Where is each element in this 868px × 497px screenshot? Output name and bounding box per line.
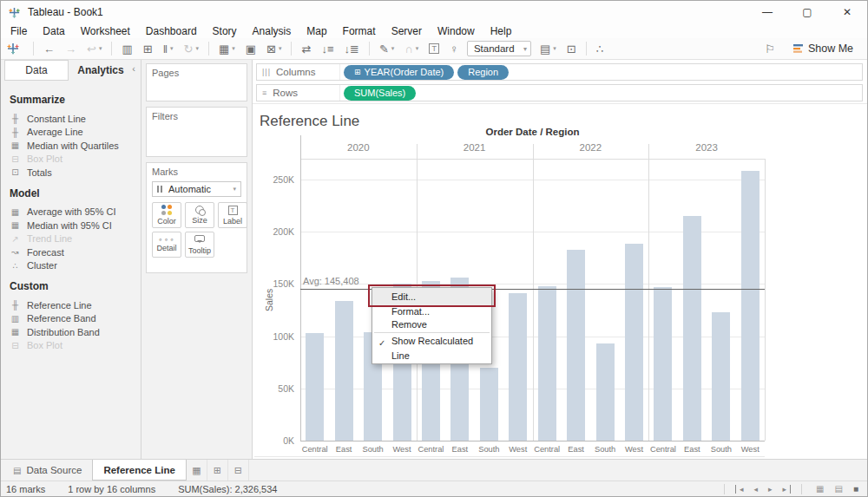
analytics-item-average-line[interactable]: ╫Average Line [10, 126, 141, 140]
sheet-tab-reference-line[interactable]: Reference Line [92, 460, 186, 481]
duplicate-button[interactable]: ▣ [240, 40, 261, 57]
collapse-pane-button[interactable]: ‹ [132, 63, 135, 74]
next-sheet-icon[interactable]: ▸ [765, 485, 776, 494]
menu-window[interactable]: Window [430, 25, 483, 37]
region-label-2022-west[interactable]: West [620, 445, 648, 454]
menu-data[interactable]: Data [35, 25, 72, 37]
analytics-item-median-with-95-ci[interactable]: ▦Median with 95% CI [10, 219, 141, 232]
region-label-2021-south[interactable]: South [475, 445, 503, 454]
year-header-2022[interactable]: 2022 [533, 142, 649, 153]
presentation-mode-button[interactable]: ⊡ [562, 40, 582, 57]
sort-descending-button[interactable]: ↓≣ [339, 40, 364, 57]
show-hide-cards-button[interactable]: ▤▾ [535, 40, 562, 57]
analytics-item-constant-line[interactable]: ╫Constant Line [10, 112, 141, 126]
new-dashboard-tab-button[interactable]: ⊞ [207, 460, 228, 481]
tab-data[interactable]: Data [4, 60, 69, 81]
analytics-item-reference-band[interactable]: ▥Reference Band [10, 312, 141, 326]
sheet-sorter-icon[interactable]: ▦ [812, 484, 827, 494]
menu-story[interactable]: Story [205, 25, 245, 37]
region-label-2020-central[interactable]: Central [300, 445, 329, 454]
region-label-2022-south[interactable]: South [590, 445, 619, 454]
marks-size-button[interactable]: Size [185, 202, 214, 228]
region-label-2023-south[interactable]: South [707, 445, 735, 454]
close-button[interactable]: ✕ [827, 1, 867, 23]
save-button[interactable]: ▥ [116, 40, 137, 57]
new-worksheet-button[interactable]: ▦▾ [214, 40, 240, 57]
mark-type-dropdown[interactable]: Automatic ▾ [152, 181, 241, 197]
region-label-2023-east[interactable]: East [678, 445, 707, 454]
bar-2020-central[interactable] [306, 333, 324, 441]
swap-rows-columns-button[interactable]: ⇄ [296, 40, 316, 57]
last-sheet-icon[interactable]: ▸ [779, 485, 792, 494]
show-tabs-icon[interactable]: ■ [850, 484, 862, 494]
context-menu-show-recalculated-line[interactable]: Show Recalculated Line✓ [372, 334, 491, 363]
filters-shelf[interactable]: Filters [146, 107, 247, 157]
bar-2023-west[interactable] [741, 171, 760, 441]
pill-sum-sales[interactable]: SUM(Sales) [344, 86, 416, 101]
menu-dashboard[interactable]: Dashboard [138, 25, 205, 37]
bar-2023-east[interactable] [683, 216, 701, 441]
expand-icon[interactable]: ⊞ [354, 68, 361, 76]
year-header-2023[interactable]: 2023 [648, 142, 765, 153]
menu-server[interactable]: Server [384, 25, 430, 37]
bar-2022-south[interactable] [596, 343, 615, 441]
menu-worksheet[interactable]: Worksheet [73, 25, 138, 37]
sort-ascending-button[interactable]: ↓≡ [316, 40, 339, 57]
context-menu-format[interactable]: Format... [372, 305, 491, 318]
region-label-2023-central[interactable]: Central [648, 445, 677, 454]
menu-help[interactable]: Help [483, 25, 520, 37]
bar-2021-south[interactable] [480, 368, 498, 441]
region-label-2020-west[interactable]: West [387, 445, 416, 454]
marks-color-button[interactable]: Color [152, 202, 181, 228]
show-me-button[interactable]: Show Me [792, 43, 853, 55]
clear-sheet-button[interactable]: ⊠▾ [261, 40, 286, 57]
marks-detail-button[interactable]: ∘∘∘Detail [152, 232, 181, 258]
y-tick-250K[interactable]: 250K [260, 174, 294, 185]
filmstrip-icon[interactable]: ▤ [832, 484, 846, 494]
pill-region[interactable]: Region [457, 65, 509, 80]
new-story-tab-button[interactable]: ⊟ [228, 460, 249, 481]
share-button[interactable]: ∴ [591, 40, 608, 57]
menu-analysis[interactable]: Analysis [245, 25, 299, 37]
bar-2023-south[interactable] [712, 312, 730, 441]
analytics-item-distribution-band[interactable]: ▦Distribution Band [10, 325, 141, 339]
y-tick-50K[interactable]: 50K [260, 383, 294, 394]
previous-sheet-icon[interactable]: ◂ [750, 485, 761, 494]
new-data-source-button[interactable]: ⊞ [138, 40, 158, 57]
region-label-2021-west[interactable]: West [503, 445, 532, 454]
y-tick-0K[interactable]: 0K [260, 435, 294, 446]
year-header-2021[interactable]: 2021 [417, 142, 533, 153]
region-label-2021-east[interactable]: East [445, 445, 474, 454]
maximize-button[interactable]: ▢ [787, 1, 827, 23]
rows-shelf[interactable]: ≡ Rows SUM(Sales) [256, 84, 863, 101]
y-tick-100K[interactable]: 100K [260, 331, 294, 342]
show-mark-labels-button[interactable]: T [424, 40, 444, 57]
region-label-2022-central[interactable]: Central [533, 445, 562, 454]
fix-axes-button[interactable]: ♀ [444, 40, 464, 57]
region-label-2020-south[interactable]: South [358, 445, 387, 454]
context-menu-edit[interactable]: Edit... [372, 288, 491, 305]
analytics-item-cluster[interactable]: ∴Cluster [10, 259, 141, 273]
marks-label-button[interactable]: TLabel [218, 202, 247, 228]
analytics-item-forecast[interactable]: ↝Forecast [10, 245, 141, 259]
region-label-2021-central[interactable]: Central [417, 445, 445, 454]
new-worksheet-tab-button[interactable]: ▦ [187, 460, 207, 481]
region-label-2022-east[interactable]: East [562, 445, 590, 454]
menu-format[interactable]: Format [335, 25, 384, 37]
bar-2022-central[interactable] [538, 286, 556, 441]
bar-2021-west[interactable] [509, 293, 527, 441]
reference-line-label[interactable]: Avg: 145,408 [303, 276, 359, 286]
sheet-tab-data-source[interactable]: ▤Data Source [3, 460, 92, 481]
analytics-item-median-with-quartiles[interactable]: ▦Median with Quartiles [10, 139, 141, 153]
bar-2022-west[interactable] [625, 244, 643, 441]
y-tick-150K[interactable]: 150K [260, 278, 294, 289]
first-sheet-icon[interactable]: ◂ [735, 485, 747, 494]
analytics-item-average-with-95-ci[interactable]: ▦Average with 95% CI [10, 206, 141, 219]
fit-mode-select[interactable]: Standard ▾ [467, 41, 531, 56]
bar-2022-east[interactable] [567, 250, 585, 441]
minimize-button[interactable]: — [747, 1, 787, 23]
region-label-2020-east[interactable]: East [329, 445, 358, 454]
marks-tooltip-button[interactable]: Tooltip [185, 232, 214, 258]
analytics-item-reference-line[interactable]: ╫Reference Line [10, 298, 141, 312]
columns-shelf[interactable]: ||| Columns ⊞YEAR(Order Date)Region [256, 63, 863, 81]
